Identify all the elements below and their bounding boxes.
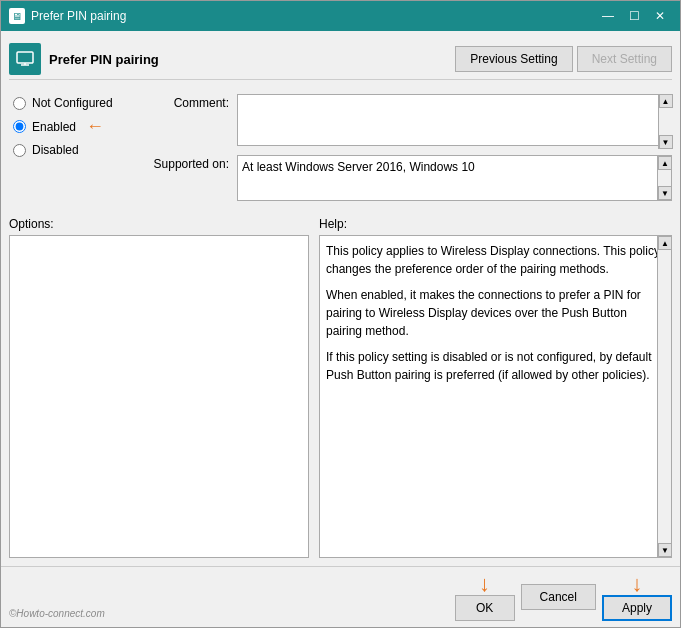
window-title: Prefer PIN pairing <box>31 9 126 23</box>
disabled-label: Disabled <box>32 143 79 157</box>
ok-button-wrapper: ↓ OK <box>455 573 515 621</box>
watermark: ©Howto-connect.com <box>9 608 105 619</box>
supported-text: At least Windows Server 2016, Windows 10 <box>242 160 475 174</box>
help-scroll-up[interactable]: ▲ <box>658 236 672 250</box>
help-para-1: This policy applies to Wireless Display … <box>326 242 665 278</box>
cancel-button[interactable]: Cancel <box>521 584 596 610</box>
svg-rect-0 <box>17 52 33 63</box>
radio-not-configured[interactable]: Not Configured <box>9 94 129 112</box>
help-label: Help: <box>319 217 672 231</box>
apply-button-wrapper: ↓ Apply <box>602 573 672 621</box>
scroll-track <box>659 108 672 135</box>
help-scroll-track <box>658 250 671 543</box>
top-section: Not Configured Enabled ← Disabled Commen… <box>9 90 672 205</box>
two-col-section: Options: Help: This policy applies to Wi… <box>9 217 672 558</box>
options-col: Options: <box>9 217 309 558</box>
fields-section: Comment: ▲ ▼ Supported on: At <box>139 90 672 205</box>
comment-scrollbar: ▲ ▼ <box>658 94 672 149</box>
supported-row: Supported on: At least Windows Server 20… <box>139 155 672 201</box>
next-setting-button[interactable]: Next Setting <box>577 46 672 72</box>
supported-label: Supported on: <box>139 155 229 171</box>
header-title: Prefer PIN pairing <box>49 52 447 67</box>
nav-buttons: Previous Setting Next Setting <box>455 46 672 72</box>
supported-scroll-track <box>658 170 671 186</box>
comment-wrapper: ▲ ▼ <box>237 94 672 149</box>
title-bar: 🖥 Prefer PIN pairing — ☐ ✕ <box>1 1 680 31</box>
scroll-up-arrow[interactable]: ▲ <box>659 94 673 108</box>
enabled-label: Enabled <box>32 120 76 134</box>
disabled-radio[interactable] <box>13 144 26 157</box>
supported-scroll-up[interactable]: ▲ <box>658 156 672 170</box>
supported-scroll-down[interactable]: ▼ <box>658 186 672 200</box>
scroll-down-arrow[interactable]: ▼ <box>659 135 673 149</box>
footer: ©Howto-connect.com ↓ OK Cancel ↓ Apply <box>1 566 680 627</box>
header-icon <box>9 43 41 75</box>
supported-wrapper: At least Windows Server 2016, Windows 10… <box>237 155 672 201</box>
help-box: This policy applies to Wireless Display … <box>319 235 672 558</box>
options-label: Options: <box>9 217 309 231</box>
not-configured-radio[interactable] <box>13 97 26 110</box>
help-col: Help: This policy applies to Wireless Di… <box>319 217 672 558</box>
apply-button[interactable]: Apply <box>602 595 672 621</box>
ok-arrow: ↓ <box>479 573 490 595</box>
help-text: This policy applies to Wireless Display … <box>326 242 665 384</box>
close-button[interactable]: ✕ <box>648 6 672 26</box>
title-bar-left: 🖥 Prefer PIN pairing <box>9 8 126 24</box>
main-window: 🖥 Prefer PIN pairing — ☐ ✕ Prefer PIN pa… <box>0 0 681 628</box>
header-row: Prefer PIN pairing Previous Setting Next… <box>9 39 672 80</box>
apply-arrow: ↓ <box>631 573 642 595</box>
maximize-button[interactable]: ☐ <box>622 6 646 26</box>
enabled-arrow: ← <box>86 116 104 137</box>
radio-disabled[interactable]: Disabled <box>9 141 129 159</box>
help-para-3: If this policy setting is disabled or is… <box>326 348 665 384</box>
help-scrollbar: ▲ ▼ <box>657 236 671 557</box>
comment-textarea[interactable] <box>237 94 672 146</box>
supported-value: At least Windows Server 2016, Windows 10… <box>237 155 672 201</box>
help-para-2: When enabled, it makes the connections t… <box>326 286 665 340</box>
radio-enabled[interactable]: Enabled ← <box>9 114 129 139</box>
options-box <box>9 235 309 558</box>
help-scroll-down[interactable]: ▼ <box>658 543 672 557</box>
radio-section: Not Configured Enabled ← Disabled <box>9 90 129 205</box>
window-icon: 🖥 <box>9 8 25 24</box>
ok-button[interactable]: OK <box>455 595 515 621</box>
not-configured-label: Not Configured <box>32 96 113 110</box>
comment-label: Comment: <box>139 94 229 110</box>
enabled-radio[interactable] <box>13 120 26 133</box>
supported-scrollbar: ▲ ▼ <box>657 156 671 200</box>
minimize-button[interactable]: — <box>596 6 620 26</box>
comment-row: Comment: ▲ ▼ <box>139 94 672 149</box>
title-controls: — ☐ ✕ <box>596 6 672 26</box>
previous-setting-button[interactable]: Previous Setting <box>455 46 572 72</box>
content-area: Prefer PIN pairing Previous Setting Next… <box>1 31 680 566</box>
